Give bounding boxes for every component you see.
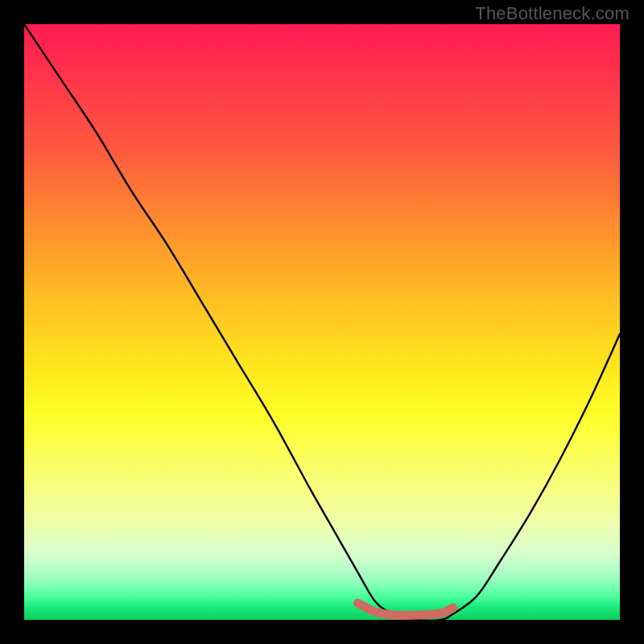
accent-layer [24,24,620,620]
plot-area [24,24,620,620]
valley-accent [357,603,452,615]
chart-frame: TheBottleneck.com [0,0,644,644]
watermark-text: TheBottleneck.com [475,3,630,24]
